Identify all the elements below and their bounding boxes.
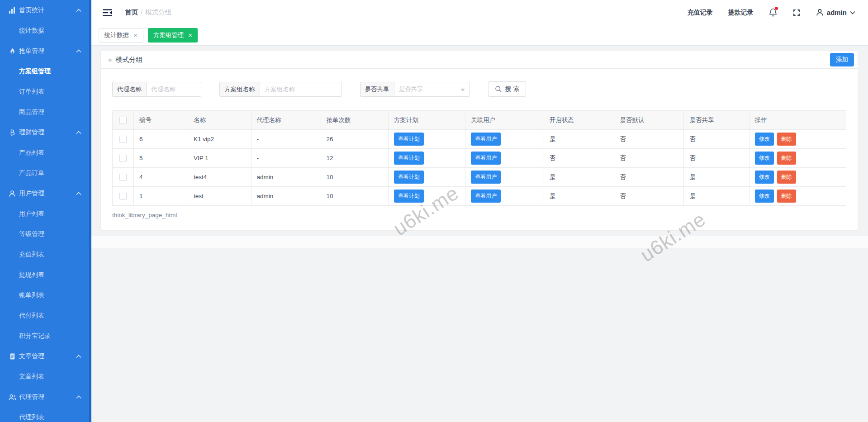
cell-count: 26 — [321, 130, 388, 149]
cell-shared: 是 — [684, 168, 749, 187]
breadcrumb: 首页/模式分组 — [125, 8, 171, 17]
sidebar-item-home-stats[interactable]: 首页统计 — [0, 0, 91, 20]
sidebar-item-label: 提现列表 — [19, 271, 44, 279]
topbar: 首页/模式分组 充值记录 提款记录 admin — [91, 0, 868, 25]
sidebar-item-points-records[interactable]: 积分宝记录 — [0, 326, 91, 346]
fullscreen-icon[interactable] — [792, 9, 801, 17]
breadcrumb-current: 模式分组 — [145, 9, 171, 16]
sidebar-item-article-mgmt[interactable]: 文章管理 — [0, 346, 91, 366]
cell-shared: 否 — [684, 130, 749, 149]
view-plan-button[interactable]: 查看计划 — [394, 152, 424, 165]
sidebar-item-label: 文章列表 — [19, 373, 44, 381]
view-user-button[interactable]: 查看用户 — [471, 133, 501, 146]
sidebar-item-label: 产品列表 — [19, 149, 44, 157]
delete-button[interactable]: 删除 — [777, 171, 796, 184]
topbar-actions: 充值记录 提款记录 admin — [688, 8, 855, 17]
filter-bar: 代理名称 方案组名称 是否共享 是否共享 搜 索 — [112, 81, 858, 97]
footer-strip — [91, 236, 868, 248]
group-name-filter: 方案组名称 — [219, 82, 342, 97]
sidebar-item-label: 文章管理 — [19, 352, 44, 360]
admin-app: 首页统计 统计数据 抢单管理 方案组管理 订单列表 商品管理 — [0, 0, 868, 422]
menu-fold-icon[interactable] — [102, 9, 112, 17]
sidebar-item-label: 代理管理 — [19, 393, 44, 401]
cell-open: 是 — [544, 187, 614, 206]
view-plan-button[interactable]: 查看计划 — [394, 133, 424, 146]
sidebar-item-user-mgmt[interactable]: 用户管理 — [0, 183, 91, 204]
search-button[interactable]: 搜 索 — [488, 81, 526, 97]
tab-stats-data[interactable]: 统计数据 × — [99, 28, 143, 43]
plan-group-table: 编号 名称 代理名称 抢单次数 方案计划 关联用户 开启状态 是否默认 是否共享… — [112, 110, 846, 206]
row-checkbox[interactable] — [119, 193, 127, 200]
close-icon[interactable]: × — [188, 32, 192, 38]
view-user-button[interactable]: 查看用户 — [471, 171, 501, 184]
select-all-checkbox[interactable] — [119, 117, 127, 124]
open-tabs-bar: 统计数据 × 方案组管理 × — [91, 25, 868, 46]
sidebar-item-finance[interactable]: 理财管理 — [0, 122, 91, 142]
sidebar-item-recharge-list[interactable]: 充值列表 — [0, 244, 91, 265]
agent-name-label: 代理名称 — [112, 82, 146, 97]
tab-plan-group[interactable]: 方案组管理 × — [148, 28, 198, 43]
table-row: 4 test4 admin 10 查看计划 查看用户 是 否 是 修改删除 — [113, 168, 846, 187]
sidebar-item-label: 理财管理 — [19, 128, 44, 137]
page-title: »模式分组 — [108, 56, 142, 64]
sidebar-item-payment-list[interactable]: 代付列表 — [0, 305, 91, 326]
row-checkbox[interactable] — [119, 136, 127, 143]
sidebar-item-label: 账单列表 — [19, 291, 44, 299]
add-button[interactable]: 添加 — [830, 53, 854, 66]
sidebar-item-bill-list[interactable]: 账单列表 — [0, 285, 91, 305]
table-row: 5 VIP 1 - 12 查看计划 查看用户 否 否 否 修改删除 — [113, 149, 846, 168]
sidebar-item-agent-mgmt[interactable]: 代理管理 — [0, 387, 91, 407]
group-name-input[interactable] — [260, 82, 342, 97]
edit-button[interactable]: 修改 — [755, 171, 774, 184]
col-default: 是否默认 — [614, 111, 684, 130]
sidebar-item-plan-group[interactable]: 方案组管理 — [0, 61, 91, 81]
cell-default: 否 — [614, 187, 684, 206]
double-angle-icon: » — [108, 56, 112, 63]
agent-name-input[interactable] — [146, 82, 201, 97]
sidebar-item-article-list[interactable]: 文章列表 — [0, 366, 91, 387]
sidebar-item-label: 抢单管理 — [19, 47, 44, 55]
user-avatar-icon — [816, 9, 824, 16]
delete-button[interactable]: 删除 — [777, 133, 796, 146]
sidebar-item-agent-list[interactable]: 代理列表 — [0, 407, 91, 422]
view-plan-button[interactable]: 查看计划 — [394, 190, 424, 203]
edit-button[interactable]: 修改 — [755, 190, 774, 203]
user-menu[interactable]: admin — [816, 9, 855, 16]
edit-button[interactable]: 修改 — [755, 133, 774, 146]
shared-select[interactable]: 是否共享 — [394, 82, 470, 97]
row-checkbox[interactable] — [119, 174, 127, 181]
sidebar: 首页统计 统计数据 抢单管理 方案组管理 订单列表 商品管理 — [0, 0, 91, 422]
sidebar-item-order-list[interactable]: 订单列表 — [0, 81, 91, 102]
sidebar-item-user-list[interactable]: 用户列表 — [0, 204, 91, 224]
delete-button[interactable]: 删除 — [777, 190, 796, 203]
sidebar-item-level-mgmt[interactable]: 等级管理 — [0, 224, 91, 244]
breadcrumb-root[interactable]: 首页 — [125, 9, 138, 16]
withdraw-records-link[interactable]: 提款记录 — [728, 9, 754, 17]
view-plan-button[interactable]: 查看计划 — [394, 171, 424, 184]
edit-button[interactable]: 修改 — [755, 152, 774, 165]
sidebar-item-withdraw-list[interactable]: 提现列表 — [0, 265, 91, 285]
notification-bell-icon[interactable] — [769, 8, 777, 17]
group-name-label: 方案组名称 — [219, 82, 260, 97]
col-shared: 是否共享 — [684, 111, 749, 130]
cell-id: 6 — [134, 130, 188, 149]
user-icon — [8, 190, 16, 198]
plan-group-card: »模式分组 添加 代理名称 方案组名称 是否共享 是否共享 — [100, 51, 858, 231]
sidebar-item-goods[interactable]: 商品管理 — [0, 102, 91, 122]
users-icon — [8, 393, 16, 401]
cell-agent: admin — [251, 187, 321, 206]
close-icon[interactable]: × — [133, 32, 138, 38]
recharge-records-link[interactable]: 充值记录 — [688, 9, 713, 17]
sidebar-item-order-grab[interactable]: 抢单管理 — [0, 41, 91, 61]
sidebar-item-stats-data[interactable]: 统计数据 — [0, 20, 91, 41]
sidebar-item-product-list[interactable]: 产品列表 — [0, 142, 91, 163]
cell-name: test4 — [188, 168, 251, 187]
view-user-button[interactable]: 查看用户 — [471, 190, 501, 203]
shared-select-placeholder: 是否共享 — [399, 85, 423, 93]
sidebar-item-product-orders[interactable]: 产品订单 — [0, 163, 91, 183]
sidebar-item-label: 积分宝记录 — [19, 332, 51, 340]
delete-button[interactable]: 删除 — [777, 152, 796, 165]
tab-label: 方案组管理 — [153, 31, 184, 39]
row-checkbox[interactable] — [119, 155, 127, 162]
view-user-button[interactable]: 查看用户 — [471, 152, 501, 165]
